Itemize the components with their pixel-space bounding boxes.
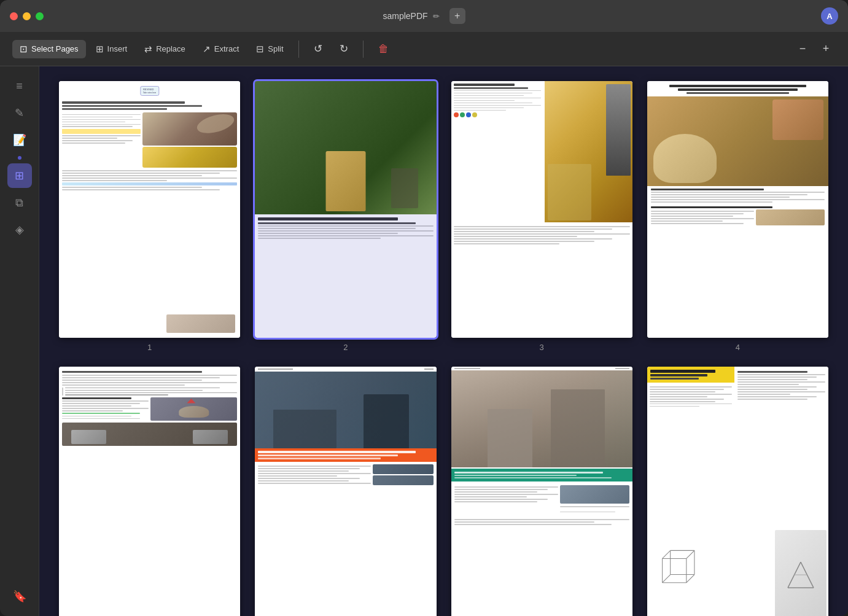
sidebar-item-layers[interactable]: ◈ (7, 217, 32, 242)
page-number-3: 3 (540, 343, 544, 352)
add-tab-button[interactable]: + (449, 8, 465, 24)
page-thumb-2[interactable] (255, 81, 436, 338)
insert-icon: ⊞ (96, 44, 104, 55)
minimize-button[interactable] (23, 12, 31, 20)
page-wrapper-1: REVISEDTake notes here (59, 81, 240, 352)
page-number-4: 4 (736, 343, 740, 352)
replace-icon: ⇄ (144, 44, 152, 55)
split-button[interactable]: ⊟ Split (249, 40, 290, 58)
sidebar-active-indicator (18, 156, 21, 160)
page-wrapper-3: 3 (451, 81, 632, 352)
close-button[interactable] (10, 12, 18, 20)
page-thumb-7[interactable] (451, 367, 632, 616)
sidebar-item-document[interactable]: ≡ (7, 74, 32, 98)
sidebar-item-annotation[interactable]: 📝 (7, 128, 32, 152)
page-thumb-8[interactable] (647, 367, 828, 616)
titlebar: samplePDF ✏ + A (0, 0, 848, 32)
pages-area[interactable]: REVISEDTake notes here (39, 66, 848, 616)
page-wrapper-2: 2 (255, 81, 436, 352)
main-layout: ≡ ✎ 📝 ⊞ ⧉ ◈ 🔖 REVISEDTake notes here (0, 66, 848, 616)
pages-grid: REVISEDTake notes here (59, 81, 828, 616)
extract-icon: ↗ (203, 44, 211, 55)
rotate-left-icon: ↺ (314, 42, 322, 55)
page-wrapper-8: 8 (647, 367, 828, 616)
page-wrapper-5: 5 (59, 367, 240, 616)
rotate-right-button[interactable]: ↻ (332, 39, 356, 59)
left-sidebar: ≡ ✎ 📝 ⊞ ⧉ ◈ 🔖 (0, 66, 39, 616)
toolbar-divider-2 (363, 41, 364, 58)
replace-button[interactable]: ⇄ Replace (137, 40, 193, 58)
toolbar: ⊡ Select Pages ⊞ Insert ⇄ Replace ↗ Extr… (0, 32, 848, 66)
delete-button[interactable]: 🗑 (371, 39, 396, 59)
insert-button[interactable]: ⊞ Insert (88, 40, 135, 58)
page-number-1: 1 (147, 343, 152, 352)
sidebar-item-pages[interactable]: ⊞ (7, 163, 32, 188)
toolbar-divider-1 (298, 41, 299, 58)
extract-button[interactable]: ↗ Extract (195, 40, 246, 58)
page-wrapper-4: 4 (647, 81, 828, 352)
zoom-out-button[interactable]: − (793, 39, 812, 59)
page-wrapper-6: 6 (255, 367, 436, 616)
page-thumb-5[interactable] (59, 367, 240, 616)
sidebar-item-edit[interactable]: ✎ (7, 101, 32, 125)
titlebar-center: samplePDF ✏ + (383, 8, 465, 24)
rotate-left-button[interactable]: ↺ (306, 39, 330, 59)
page-wrapper-7: 7 (451, 367, 632, 616)
delete-icon: 🗑 (378, 43, 389, 55)
app-title: samplePDF (383, 11, 427, 21)
page-thumb-3[interactable] (451, 81, 632, 338)
page-number-2: 2 (343, 343, 348, 352)
zoom-in-button[interactable]: + (816, 39, 836, 59)
sidebar-item-copy[interactable]: ⧉ (7, 190, 32, 215)
page-thumb-4[interactable] (647, 81, 828, 338)
avatar[interactable]: A (821, 7, 838, 25)
svg-line-1 (687, 551, 694, 559)
svg-line-7 (687, 575, 694, 583)
rotate-right-icon: ↻ (340, 42, 348, 55)
split-icon: ⊟ (256, 44, 264, 55)
toolbar-right: − + (793, 39, 836, 59)
sidebar-item-bookmark[interactable]: 🔖 (7, 584, 32, 609)
edit-title-icon[interactable]: ✏ (433, 12, 440, 21)
traffic-lights (10, 12, 44, 20)
maximize-button[interactable] (36, 12, 44, 20)
page-thumb-1[interactable]: REVISEDTake notes here (59, 81, 240, 338)
select-pages-button[interactable]: ⊡ Select Pages (12, 40, 86, 58)
select-pages-icon: ⊡ (20, 44, 28, 55)
revised-badge: REVISEDTake notes here (140, 86, 159, 96)
page-thumb-6[interactable] (255, 367, 436, 616)
